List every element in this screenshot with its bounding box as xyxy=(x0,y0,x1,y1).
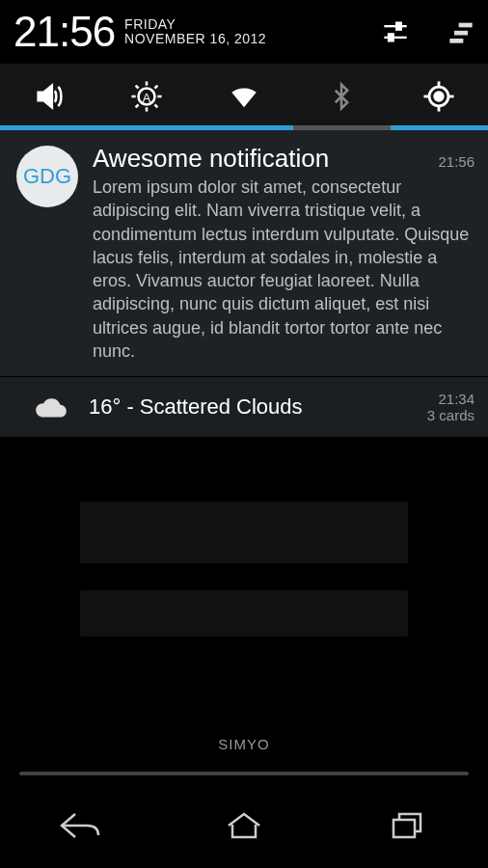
notification-text: Lorem ipsum dolor sit amet, consectetur … xyxy=(93,176,474,363)
notification-body: Awesome notification 21:56 Lorem ipsum d… xyxy=(85,144,474,363)
bluetooth-toggle[interactable] xyxy=(322,77,361,116)
header-actions xyxy=(382,18,474,45)
nav-bar xyxy=(0,783,488,868)
background-button xyxy=(80,502,408,563)
notification-item[interactable]: 16° - Scattered Clouds 21:34 3 cards xyxy=(0,377,488,438)
background-app xyxy=(0,463,488,772)
shade-handle[interactable] xyxy=(19,772,469,775)
notification-time: 21:34 xyxy=(427,391,474,407)
toggle-indicators xyxy=(0,125,488,130)
svg-line-15 xyxy=(135,105,138,108)
back-button[interactable] xyxy=(52,802,110,849)
recent-apps-button[interactable] xyxy=(378,802,436,849)
notification-title: 16° - Scattered Clouds xyxy=(89,394,303,420)
status-header: 21:56 FRIDAY NOVEMBER 16, 2012 xyxy=(0,0,488,64)
quick-toggles: A xyxy=(0,64,488,125)
notification-item[interactable]: GDG Awesome notification 21:56 Lorem ips… xyxy=(0,130,488,377)
indicator xyxy=(0,125,97,130)
notification-title-row: Awesome notification 21:56 xyxy=(93,144,474,174)
notification-avatar-wrap: GDG xyxy=(10,144,85,363)
svg-text:A: A xyxy=(143,91,151,105)
weekday: FRIDAY xyxy=(124,17,266,32)
svg-rect-4 xyxy=(459,23,473,28)
notification-icon-wrap xyxy=(14,393,89,420)
cloud-icon xyxy=(33,395,69,420)
gps-toggle[interactable] xyxy=(420,77,458,116)
svg-point-18 xyxy=(435,93,444,101)
date-block: FRIDAY NOVEMBER 16, 2012 xyxy=(124,17,266,47)
svg-rect-23 xyxy=(393,820,415,837)
svg-line-16 xyxy=(154,86,157,89)
indicator xyxy=(293,125,391,130)
brightness-toggle[interactable]: A xyxy=(127,77,166,116)
clear-all-icon[interactable] xyxy=(447,18,474,45)
notification-time: 21:56 xyxy=(438,153,474,170)
avatar: GDG xyxy=(16,146,78,207)
wifi-toggle[interactable] xyxy=(225,77,263,116)
svg-line-13 xyxy=(135,86,138,89)
home-button[interactable] xyxy=(215,802,273,849)
sound-toggle[interactable] xyxy=(30,77,68,116)
svg-rect-2 xyxy=(396,23,401,30)
indicator xyxy=(391,125,488,130)
svg-line-14 xyxy=(154,105,157,108)
indicator xyxy=(195,125,292,130)
settings-sliders-icon[interactable] xyxy=(382,18,409,45)
indicator xyxy=(97,125,195,130)
svg-rect-5 xyxy=(454,31,468,36)
carrier-label: SIMYO xyxy=(0,736,488,752)
date: NOVEMBER 16, 2012 xyxy=(124,32,266,46)
svg-rect-6 xyxy=(449,39,463,43)
clock: 21:56 xyxy=(14,8,115,56)
notification-meta: 21:34 3 cards xyxy=(427,391,474,423)
notification-title: Awesome notification xyxy=(93,144,329,174)
svg-rect-3 xyxy=(389,34,393,41)
notification-subtext: 3 cards xyxy=(427,407,474,423)
background-button xyxy=(80,590,408,637)
